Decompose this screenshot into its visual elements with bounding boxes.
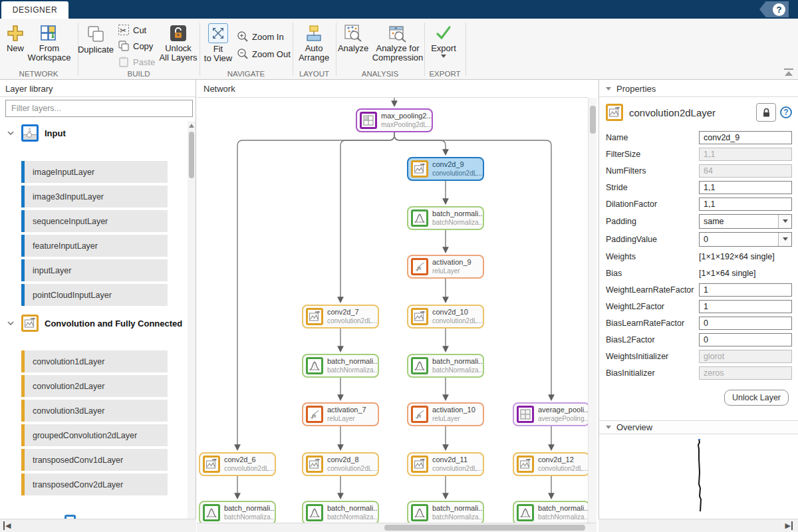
collapse-panel-right-icon[interactable]: ▶: [785, 521, 793, 530]
convolution-layer-icon: [306, 308, 323, 325]
unlock-all-layers-button[interactable]: Unlock All Layers: [153, 24, 203, 63]
canvas-vertical-scrollbar[interactable]: [588, 98, 597, 523]
node-activation-10[interactable]: activation_10reluLayer: [407, 402, 484, 426]
dropdown-arrow-icon[interactable]: [778, 233, 791, 246]
padding-dropdown[interactable]: same: [699, 214, 792, 229]
node-conv2d-11[interactable]: conv2d_11convolution2dL...: [407, 452, 484, 476]
convolution-layer-icon: [411, 456, 428, 473]
layer-library-title: Layer library: [0, 81, 196, 97]
overview-minimap[interactable]: [599, 434, 798, 518]
property-row-biasl2factor: BiasL2Factor: [606, 331, 792, 348]
list-item-inputLayer[interactable]: inputLayer: [21, 259, 168, 281]
convolution-layer-icon: [411, 308, 428, 325]
node-batch-normalization[interactable]: batch_normali...batchNormaliza...: [407, 206, 484, 230]
auto-arrange-button[interactable]: Auto Arrange: [293, 24, 335, 63]
network-canvas[interactable]: max_pooling2...maxPooling2dL... conv2d_9…: [197, 98, 588, 523]
node-batch-normalization[interactable]: batch_normali...batchNormaliza...: [513, 501, 588, 523]
weights-value: [1×1×192×64 single]: [699, 252, 792, 261]
layer-help-button[interactable]: ?: [780, 106, 792, 118]
unlock-layer-button[interactable]: Unlock Layer: [724, 390, 789, 406]
convolution-section-icon: [21, 315, 39, 332]
list-item-featureInputLayer[interactable]: featureInputLayer: [21, 235, 168, 257]
node-conv2d-12[interactable]: conv2d_12convolution2dL...: [513, 452, 588, 476]
cut-icon: ✂: [118, 24, 130, 36]
collapse-panel-left-icon[interactable]: ◀: [3, 521, 11, 530]
scroll-up-arrow[interactable]: [189, 124, 194, 128]
export-button[interactable]: Export: [424, 24, 463, 58]
dilationfactor-field[interactable]: [699, 198, 792, 211]
from-workspace-button[interactable]: From Workspace: [25, 24, 73, 63]
network-panel-title: Network: [197, 81, 588, 98]
weightlearnratefactor-field[interactable]: [699, 283, 792, 297]
biaslearnratefactor-field[interactable]: [699, 317, 792, 330]
node-activation-9[interactable]: activation_9reluLayer: [407, 255, 484, 279]
node-batch-normalization[interactable]: batch_normali...batchNormaliza...: [407, 354, 484, 378]
dropdown-arrow-icon[interactable]: [778, 215, 791, 228]
lock-icon: [761, 108, 771, 118]
stride-field[interactable]: [699, 181, 792, 194]
node-conv2d-8[interactable]: conv2d_8convolution2dL...: [302, 452, 379, 476]
node-conv2d-6[interactable]: conv2d_6convolution2dL...: [199, 452, 276, 476]
workspace-grid-icon: [39, 24, 59, 43]
list-item-pointCloudInputLayer[interactable]: pointCloudInputLayer: [21, 284, 168, 306]
scrollbar-thumb[interactable]: [384, 525, 585, 531]
cut-button[interactable]: ✂ Cut: [118, 24, 146, 36]
titlebar: DESIGNER ?: [0, 0, 798, 19]
node-activation-7[interactable]: activation_7reluLayer: [302, 402, 379, 426]
properties-bottom-bar: ▶: [598, 519, 798, 532]
node-batch-normalization[interactable]: batch_normali...batchNormaliza...: [407, 501, 484, 523]
list-item-imageInputLayer[interactable]: imageInputLayer: [21, 161, 168, 183]
list-item-sequenceInputLayer[interactable]: sequenceInputLayer: [21, 210, 168, 232]
fit-to-view-button[interactable]: Fit to View: [201, 23, 235, 63]
node-conv2d-9-selected[interactable]: conv2d_9convolution2dL...: [407, 157, 484, 181]
tab-designer[interactable]: DESIGNER: [1, 1, 68, 19]
duplicate-button[interactable]: Duplicate: [74, 24, 117, 55]
node-conv2d-10[interactable]: conv2d_10convolution2dL...: [407, 305, 484, 329]
help-button[interactable]: ?: [759, 1, 789, 17]
canvas-horizontal-scrollbar[interactable]: [197, 523, 597, 532]
new-button[interactable]: New: [3, 24, 28, 53]
relu-layer-icon: [411, 406, 428, 423]
collapse-ribbon-button[interactable]: [783, 68, 794, 76]
section-header-input[interactable]: ⇩ Input: [0, 124, 186, 142]
lock-layer-button[interactable]: [756, 103, 776, 122]
convolution-layer-icon: [203, 456, 220, 473]
list-item-convolution3dLayer[interactable]: convolution3dLayer: [21, 400, 168, 422]
auto-arrange-icon: [305, 24, 323, 43]
sidebar-vertical-scrollbar[interactable]: [188, 121, 196, 532]
list-item-image3dInputLayer[interactable]: image3dInputLayer: [21, 186, 168, 207]
node-conv2d-7[interactable]: conv2d_7convolution2dL...: [302, 305, 379, 329]
scrollbar-thumb[interactable]: [189, 132, 194, 178]
property-row-stride: Stride: [606, 179, 792, 196]
copy-button[interactable]: Copy: [118, 40, 153, 52]
selected-layer-header: convolution2dLayer ?: [606, 102, 792, 122]
list-item-convolution1dLayer[interactable]: convolution1dLayer: [21, 350, 168, 372]
scrollbar-thumb[interactable]: [590, 106, 596, 134]
node-batch-normalization[interactable]: batch_normali...batchNormaliza...: [199, 501, 276, 523]
analyze-button[interactable]: Analyze: [334, 24, 372, 53]
group-label-analysis: ANALYSIS: [336, 70, 424, 78]
section-header-convolution[interactable]: Convolution and Fully Connected: [0, 314, 186, 332]
analyze-for-compression-button[interactable]: + Analyze for Compression: [370, 24, 426, 63]
node-batch-normalization[interactable]: batch_normali...batchNormaliza...: [302, 354, 379, 378]
list-item-groupedConvolution2dLayer[interactable]: groupedConvolution2dLayer: [21, 424, 168, 446]
biasl2factor-field[interactable]: [699, 333, 792, 346]
duplicate-icon: [86, 24, 106, 44]
node-batch-normalization[interactable]: batch_normali...batchNormaliza...: [302, 501, 379, 523]
list-item-convolution2dLayer[interactable]: convolution2dLayer: [21, 375, 168, 397]
paddingvalue-dropdown[interactable]: 0: [699, 232, 792, 247]
weightl2factor-field[interactable]: [699, 300, 792, 313]
zoom-out-button[interactable]: Zoom Out: [237, 48, 291, 60]
collapse-triangle-icon[interactable]: [606, 426, 611, 429]
collapse-triangle-icon[interactable]: [606, 87, 611, 90]
overview-header: Overview: [599, 420, 798, 434]
paste-icon: [118, 56, 130, 68]
name-field[interactable]: [699, 131, 792, 144]
list-item-transposedConv2dLayer[interactable]: transposedConv2dLayer: [21, 473, 168, 495]
node-max-pooling2[interactable]: max_pooling2...maxPooling2dL...: [356, 108, 433, 132]
filter-layers-input[interactable]: [5, 100, 193, 117]
node-average-pooling[interactable]: average_pooli...averagePooling...: [513, 402, 588, 426]
fit-to-view-icon: [208, 23, 228, 43]
list-item-transposedConv1dLayer[interactable]: transposedConv1dLayer: [21, 449, 168, 471]
zoom-in-button[interactable]: Zoom In: [237, 31, 284, 43]
